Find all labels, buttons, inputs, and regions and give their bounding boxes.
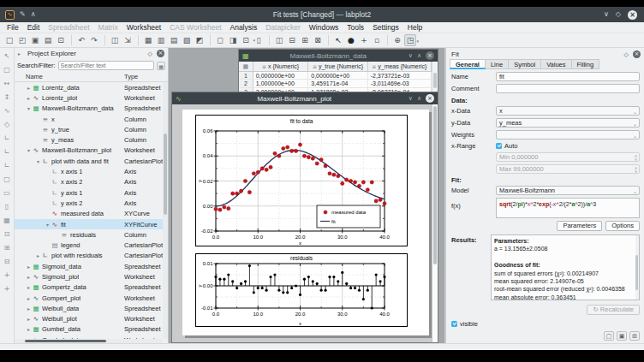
tree-expander-icon[interactable]: ▸ xyxy=(26,264,32,270)
zoom-in-icon[interactable]: ⊞ xyxy=(2,240,13,254)
shift-left-x-icon[interactable]: + xyxy=(2,268,13,282)
parameters-button[interactable]: Parameters xyxy=(557,221,602,231)
break-layout-icon[interactable]: ⊠ xyxy=(312,34,324,46)
menu-windows[interactable]: Windows xyxy=(305,23,343,32)
tree-item-measured-data[interactable]: ∿measured dataXYCurve xyxy=(15,209,163,219)
tree-expander-icon[interactable]: ▾ xyxy=(35,158,41,164)
select-region-icon[interactable]: ▫ xyxy=(371,34,383,46)
tree-item-gompert-plot[interactable]: ▸∿Gompert_plotWorksheet xyxy=(15,293,163,303)
close-dock-icon[interactable]: × xyxy=(157,50,164,57)
crosshair-icon[interactable]: + xyxy=(358,34,370,46)
tree-item-y-true[interactable]: ≡y_trueColumn xyxy=(15,124,163,134)
close-dock-icon[interactable]: × xyxy=(633,50,641,58)
zoom-x-region-icon[interactable]: ▭ xyxy=(2,186,13,199)
dropdown-arrow-icon[interactable]: ▾ xyxy=(416,39,419,44)
plot-window-titlebar[interactable]: ∿ Maxwell-Boltzmann_plot ∨ ∧ × xyxy=(172,92,438,104)
manage-templates-icon[interactable]: ⊞ xyxy=(629,331,640,341)
zoom-mode-icon[interactable]: ● xyxy=(345,34,357,46)
shift-x-icon[interactable]: ↔ xyxy=(2,76,13,90)
axis-icon[interactable]: ∟ xyxy=(2,131,13,145)
results-scrollbar[interactable] xyxy=(635,235,639,300)
worksheet-scrollbar[interactable] xyxy=(432,104,438,342)
data-reduction-icon[interactable]: ◇ xyxy=(2,117,13,131)
tree-item-plot-with-data-and-fit[interactable]: ▾∟plot with data and fitCartesianPlot xyxy=(15,156,163,166)
tree-item-lorentz-plot[interactable]: ▸∿Lorentz_plotWorksheet xyxy=(15,92,163,103)
spreadsheet-corner-cell[interactable]: ▦ xyxy=(239,62,253,71)
tree-expander-icon[interactable]: ▸ xyxy=(26,295,32,301)
new-spreadsheet-icon[interactable]: ▦ xyxy=(142,34,154,46)
new-matrix-icon[interactable]: ▥ xyxy=(155,34,167,46)
window-maximize-icon[interactable]: ∧ xyxy=(417,95,421,102)
pin-icon[interactable]: ✎ xyxy=(20,10,26,19)
save-template-icon[interactable]: ▣ xyxy=(617,331,627,341)
visible-checkbox[interactable] xyxy=(451,321,457,327)
y-axis-icon[interactable]: ∟ xyxy=(2,158,13,172)
float-dock-icon[interactable]: ◇ xyxy=(148,50,152,57)
tree-item-x[interactable]: ≡xColumn xyxy=(15,114,163,124)
tree-item-sigmoid-data[interactable]: ▸▦Sigmoid_dataSpreadsheet xyxy=(15,261,163,271)
model-combobox[interactable]: Maxwell-Boltzmann⌄ xyxy=(496,186,640,195)
window-shade-icon[interactable]: ∨ xyxy=(408,95,413,102)
tree-expander-icon[interactable]: ▾ xyxy=(26,147,32,153)
formula-editor[interactable]: sqrt(2/pi)*x^2*exp(-x^2/(2*a^2))/a^3 xyxy=(496,198,640,218)
spreadsheet-cell[interactable]: 3,459171e-04 xyxy=(308,80,367,86)
float-dock-icon[interactable]: ◇ xyxy=(624,51,629,58)
xy-curve-icon[interactable]: ∿ xyxy=(2,104,13,117)
export-icon[interactable]: ⊡▾ xyxy=(240,34,252,46)
tree-item-legend[interactable]: ▤legendCartesianPlotL xyxy=(15,240,163,250)
tree-vertical-scrollbar[interactable] xyxy=(163,82,168,339)
new-workbook-icon[interactable]: ◫ xyxy=(109,34,121,46)
options-button[interactable]: Options xyxy=(605,221,640,231)
tree-item-maxwell-boltzmann-plot[interactable]: ▾∿Maxwell-Boltzmann_plotWorksheet xyxy=(15,145,163,156)
redo-icon[interactable]: ↷ xyxy=(88,34,100,46)
auto-scale-icon[interactable]: ▦ xyxy=(2,213,13,227)
column-menu-icon[interactable]: ≡ xyxy=(372,63,376,69)
tree-item-residuals[interactable]: ≡residualsColumn xyxy=(15,229,163,240)
recalculate-button[interactable]: ↻ Recalculate xyxy=(587,305,640,315)
tree-item-weibull-data[interactable]: ▸▦Weibull_dataSpreadsheet xyxy=(15,303,163,313)
weights-combobox[interactable]: ⌄ xyxy=(496,130,640,139)
window-maximize-icon[interactable]: ∧ xyxy=(417,52,421,59)
name-field[interactable]: fit xyxy=(496,72,640,81)
tree-expander-icon[interactable]: ▾ xyxy=(45,222,51,228)
tab-filling[interactable]: Filling xyxy=(572,59,600,69)
vertical-layout-icon[interactable]: ◫ xyxy=(273,34,285,46)
menu-tools[interactable]: Tools xyxy=(343,23,368,32)
tree-column-type[interactable]: Type xyxy=(124,73,138,80)
fit-to-data-plot[interactable]: fit to data0.010.020.030.040.0-0.020.000… xyxy=(195,115,408,246)
spreadsheet-column-header[interactable]: ≡y_true {Numeric} xyxy=(308,62,367,71)
tree-column-name[interactable]: Name xyxy=(15,73,124,80)
tree-expander-icon[interactable]: ▸ xyxy=(26,95,32,101)
row-number-cell[interactable]: 1 xyxy=(239,72,253,79)
keep-above-icon[interactable]: ∧ xyxy=(31,10,36,19)
minimize-button[interactable]: ∨ xyxy=(604,10,609,19)
shift-right-x-icon[interactable]: + xyxy=(2,282,13,295)
zoom-region-icon[interactable]: ▢ xyxy=(2,172,13,186)
filter-options-icon[interactable]: ▦ xyxy=(157,62,165,70)
tree-item-gumbel-data[interactable]: ▸▦Gumbel_dataSpreadsheet xyxy=(15,324,163,335)
print-icon[interactable]: ▤ xyxy=(42,34,54,46)
zoom-out-icon[interactable]: ⊟ xyxy=(2,254,13,268)
column-statistics-icon[interactable]: ◩ xyxy=(194,34,206,46)
zoom-select-icon[interactable]: ▢ xyxy=(2,62,13,76)
new-worksheet-icon[interactable]: ◻ xyxy=(214,34,226,46)
tree-item-x-axis-2[interactable]: ∟x axis 2Axis xyxy=(15,177,163,187)
y-data-combobox[interactable]: y_meas⌄ xyxy=(496,118,640,128)
tree-item-x-axis-1[interactable]: ∟x axis 1Axis xyxy=(15,166,163,176)
x-axis-icon[interactable]: ∟ xyxy=(2,145,13,158)
spreadsheet-column-header[interactable]: ≡y_meas {Numeric} xyxy=(368,62,432,71)
spreadsheet-scrollbar[interactable] xyxy=(432,62,438,96)
spreadsheet-cell[interactable]: 1,000000e+00 xyxy=(253,80,308,86)
horizontal-layout-icon[interactable]: ⊟ xyxy=(286,34,298,46)
spreadsheet-window-titlebar[interactable]: ▦ Maxwell-Boltzmann_data ∨ ∧ × xyxy=(239,50,438,62)
column-menu-icon[interactable]: ≡ xyxy=(262,63,266,69)
menu-settings[interactable]: Settings xyxy=(368,23,403,32)
tree-expander-icon[interactable]: ▸ xyxy=(26,316,32,322)
tree-expander-icon[interactable]: ▸ xyxy=(26,85,32,91)
spreadsheet-cell[interactable]: -3,011469e-03 xyxy=(368,80,432,86)
select-pointer-icon[interactable]: ↖ xyxy=(332,34,344,46)
column-menu-icon[interactable]: ≡ xyxy=(313,63,317,69)
spreadsheet-cell[interactable]: -2,373721e-03 xyxy=(368,72,432,79)
tree-item-maxwell-boltzmann-data[interactable]: ▾▦Maxwell-Boltzmann_dataSpreadsheet xyxy=(15,104,163,114)
insert-columns-icon[interactable]: ▧ xyxy=(181,34,193,46)
